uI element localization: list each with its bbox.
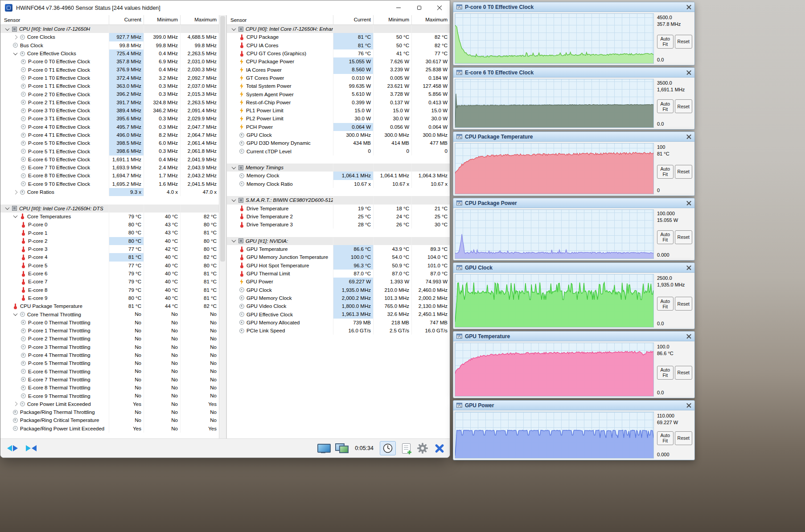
- sensor-row[interactable]: P-core 3 T0 Effective Clock389.4 MHz346.…: [0, 106, 219, 115]
- sensor-row[interactable]: Memory Clock1,064.1 MHz1,064.1 MHz1,064.…: [227, 172, 450, 180]
- sensor-row[interactable]: E-core 7 T0 Effective Clock1,693.9 MHz2.…: [0, 164, 219, 172]
- sensor-row[interactable]: Current cTDP Level000: [227, 147, 450, 155]
- graph-panel-titlebar[interactable]: GPU Clock: [453, 263, 694, 273]
- sensor-row[interactable]: P-core 5 Thermal ThrottlingNoNoNo: [0, 359, 219, 367]
- sensor-row[interactable]: E-core 879 °C40 °C81 °C: [0, 286, 219, 294]
- graph-panel-titlebar[interactable]: CPU Package Power: [453, 198, 694, 208]
- reset-button[interactable]: Reset: [675, 165, 692, 179]
- auto-fit-button[interactable]: Auto Fit: [657, 366, 674, 380]
- reset-button[interactable]: Reset: [675, 431, 692, 445]
- header-current[interactable]: Current: [109, 15, 144, 25]
- sensor-row[interactable]: P-core 5 T0 Effective Clock398.5 MHz6.0 …: [0, 139, 219, 147]
- close-sensors-button[interactable]: [435, 443, 444, 453]
- auto-fit-button[interactable]: Auto Fit: [657, 99, 674, 113]
- arrows-inward-button[interactable]: [22, 441, 41, 455]
- sensor-row[interactable]: GPU Hot Spot Temperature96.3 °C50.9 °C10…: [227, 262, 450, 270]
- sensor-row[interactable]: GPU Effective Clock1,961.3 MHz32.6 MHz2,…: [227, 310, 450, 318]
- sensor-row[interactable]: CPU Package Power15.055 W7.626 W30.617 W: [227, 57, 450, 65]
- header-minimum[interactable]: Minimum: [144, 15, 180, 25]
- auto-fit-button[interactable]: Auto Fit: [657, 35, 674, 49]
- close-button[interactable]: [429, 0, 450, 15]
- sensor-row[interactable]: GPU Memory Allocated739 MB218 MB747 MB: [227, 319, 450, 327]
- sensor-row[interactable]: GPU Clock1,935.0 MHz210.0 MHz2,460.0 MHz: [227, 286, 450, 294]
- panel-close-icon[interactable]: [686, 201, 691, 205]
- sensor-row[interactable]: Drive Temperature 225 °C24 °C25 °C: [227, 213, 450, 221]
- sensor-row[interactable]: Rest-of-Chip Power0.399 W0.137 W0.413 W: [227, 98, 450, 106]
- monitor-button[interactable]: [317, 444, 329, 453]
- sensor-row[interactable]: Core Power Limit ExceededYesNoYes: [0, 400, 219, 408]
- header-sensor[interactable]: Sensor: [227, 17, 333, 23]
- sensor-row[interactable]: P-core 0 T1 Effective Clock376.9 MHz0.4 …: [0, 65, 219, 74]
- chevron-right-icon[interactable]: [13, 35, 18, 39]
- chevron-down-icon[interactable]: [13, 51, 18, 55]
- panel-close-icon[interactable]: [686, 4, 691, 9]
- maximize-button[interactable]: [409, 0, 429, 15]
- sensor-row[interactable]: P-core 5 T1 Effective Clock398.6 MHz0.3 …: [0, 147, 219, 155]
- reset-button[interactable]: Reset: [675, 230, 692, 244]
- sensor-row[interactable]: Drive Temperature19 °C18 °C21 °C: [227, 205, 450, 213]
- chevron-down-icon[interactable]: [232, 238, 236, 242]
- reset-button[interactable]: Reset: [675, 99, 692, 113]
- sensor-row[interactable]: P-core 1 T0 Effective Clock372.4 MHz3.2 …: [0, 74, 219, 82]
- sensor-row[interactable]: CPU GT Cores (Graphics)76 °C41 °C77 °C: [227, 49, 450, 57]
- sensor-row[interactable]: P-core 3 Thermal ThrottlingNoNoNo: [0, 343, 219, 351]
- sensor-row[interactable]: P-core 180 °C43 °C81 °C: [0, 229, 219, 237]
- auto-fit-button[interactable]: Auto Fit: [657, 230, 674, 244]
- sensor-row[interactable]: E-core 8 T0 Effective Clock1,694.7 MHz1.…: [0, 172, 219, 180]
- sensor-row[interactable]: P-core 0 T0 Effective Clock357.8 MHz6.9 …: [0, 57, 219, 65]
- sensor-row[interactable]: P-core 0 Thermal ThrottlingNoNoNo: [0, 319, 219, 327]
- header-minimum[interactable]: Minimum: [373, 15, 411, 25]
- settings-gear-button[interactable]: [417, 442, 428, 454]
- auto-fit-button[interactable]: Auto Fit: [657, 165, 674, 179]
- reset-button[interactable]: Reset: [675, 297, 692, 311]
- sensor-group-row[interactable]: CPU [#0]: Intel Core i7-12650H: [0, 25, 219, 33]
- chevron-down-icon[interactable]: [5, 205, 10, 210]
- sensor-row[interactable]: Total System Power99.635 W23.621 W127.45…: [227, 82, 450, 90]
- sensor-row[interactable]: E-core 980 °C40 °C81 °C: [0, 294, 219, 302]
- sensor-row[interactable]: GPU D3D Memory Dynamic434 MB414 MB477 MB: [227, 139, 450, 147]
- sensor-row[interactable]: E-core 679 °C40 °C81 °C: [0, 270, 219, 278]
- sensor-row[interactable]: E-core 779 °C40 °C81 °C: [0, 278, 219, 286]
- chevron-right-icon[interactable]: [13, 402, 18, 406]
- sensor-row[interactable]: GPU Power69.227 W1.393 W74.993 W: [227, 278, 450, 286]
- sensor-row[interactable]: P-core 3 T1 Effective Clock395.6 MHz0.3 …: [0, 115, 219, 123]
- sensor-row[interactable]: GPU Thermal Limit87.0 °C87.0 °C87.0 °C: [227, 270, 450, 278]
- remote-sensors-button[interactable]: [335, 443, 349, 453]
- chevron-right-icon[interactable]: [13, 190, 18, 194]
- sensor-row[interactable]: GPU Memory Junction Temperature100.0 °C5…: [227, 253, 450, 261]
- sensor-row[interactable]: GPU Memory Clock2,000.2 MHz101.3 MHz2,00…: [227, 294, 450, 302]
- header-current[interactable]: Current: [333, 15, 373, 25]
- sensor-row[interactable]: Core Temperatures79 °C40 °C82 °C: [0, 213, 219, 221]
- graph-panel-titlebar[interactable]: GPU Power: [453, 401, 694, 410]
- panel-close-icon[interactable]: [686, 265, 691, 270]
- chevron-down-icon[interactable]: [13, 311, 18, 316]
- panel-close-icon[interactable]: [686, 334, 691, 339]
- reset-button[interactable]: Reset: [675, 366, 692, 380]
- sensor-group-row[interactable]: GPU [#1]: NVIDIA:: [227, 237, 450, 245]
- sensor-row[interactable]: Core Thermal ThrottlingNoNoNo: [0, 310, 219, 318]
- minimize-button[interactable]: [388, 0, 409, 15]
- sensor-row[interactable]: E-core 9 T0 Effective Clock1,695.2 MHz1.…: [0, 180, 219, 188]
- sensor-row[interactable]: CPU Package Temperature81 °C44 °C82 °C: [0, 302, 219, 310]
- arrows-outward-button[interactable]: [3, 441, 22, 455]
- scrollbar[interactable]: [219, 15, 226, 438]
- panel-close-icon[interactable]: [686, 70, 691, 75]
- sensor-row[interactable]: CPU Package81 °C50 °C82 °C: [227, 33, 450, 41]
- sensor-row[interactable]: CPU IA Cores81 °C50 °C82 °C: [227, 41, 450, 49]
- sensor-row[interactable]: GPU Temperature86.6 °C43.9 °C89.3 °C: [227, 245, 450, 253]
- chevron-down-icon[interactable]: [232, 26, 236, 31]
- sensor-row[interactable]: IA Cores Power8.560 W3.239 W25.838 W: [227, 65, 450, 74]
- sensor-row[interactable]: PCH Power0.064 W0.056 W0.064 W: [227, 123, 450, 131]
- auto-fit-button[interactable]: Auto Fit: [657, 297, 674, 311]
- sensor-row[interactable]: GPU Clock300.0 MHz300.0 MHz300.0 MHz: [227, 131, 450, 139]
- clock-button[interactable]: [380, 441, 396, 455]
- sensor-row[interactable]: Core Ratios9.3 x4.0 x47.0 x: [0, 188, 219, 196]
- header-maximum[interactable]: Maximum: [180, 15, 219, 25]
- sensor-row[interactable]: P-core 280 °C40 °C80 °C: [0, 237, 219, 245]
- report-button[interactable]: [402, 443, 411, 454]
- sensor-row[interactable]: Package/Ring Thermal ThrottlingNoNoNo: [0, 408, 219, 416]
- sensor-row[interactable]: E-core 9 Thermal ThrottlingNoNoNo: [0, 392, 219, 400]
- chevron-down-icon[interactable]: [13, 214, 18, 218]
- panel-close-icon[interactable]: [686, 134, 691, 139]
- sensor-row[interactable]: Memory Clock Ratio10.67 x10.67 x10.67 x: [227, 180, 450, 188]
